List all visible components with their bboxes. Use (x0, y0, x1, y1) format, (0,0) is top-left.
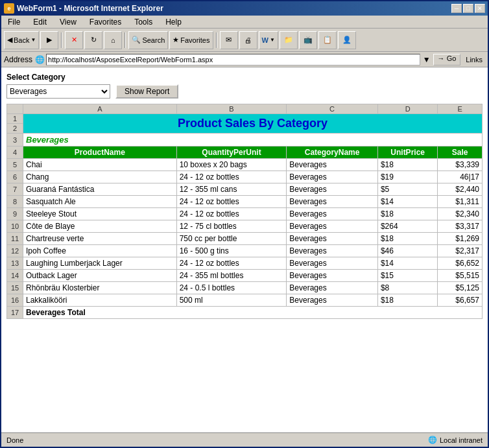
close-button[interactable]: ✕ (475, 4, 485, 13)
address-input[interactable]: http://localhost/AsposeExcelReport/WebFo… (46, 54, 420, 65)
row-num-4: 4 (7, 147, 23, 159)
show-report-button[interactable]: Show Report (115, 84, 178, 99)
header-quantityperunit: QuantityPerUnit (176, 147, 287, 159)
address-dropdown-icon: ▼ (423, 55, 431, 64)
status-right: 🌐 Local intranet (428, 436, 483, 444)
cell-a12: Ipoh Coffee (23, 245, 177, 257)
messenger-icon: 👤 (342, 36, 352, 44)
cell-e5: $3,339 (438, 159, 483, 171)
go-button[interactable]: → Go (433, 54, 461, 65)
home-icon: ⌂ (111, 36, 115, 44)
category-dropdown[interactable]: Beverages Condiments Confections Dairy P… (6, 84, 110, 99)
spreadsheet-table: A B C D E 1 Product Sales By Category 2 (6, 104, 483, 319)
home-button[interactable]: ⌂ (104, 31, 122, 49)
menu-file[interactable]: File (4, 17, 24, 27)
back-button[interactable]: ◀ Back ▼ (4, 31, 39, 49)
cell-d9: $18 (377, 208, 438, 220)
row-num-16: 16 (7, 294, 23, 307)
stop-icon: ✕ (71, 36, 77, 44)
forward-button[interactable]: ▶ (40, 31, 58, 49)
cell-b6: 24 - 12 oz bottles (176, 171, 287, 183)
menu-help[interactable]: Help (161, 17, 185, 27)
cell-a10: Côte de Blaye (23, 220, 177, 233)
status-text: Done (6, 436, 23, 444)
print-button[interactable]: 🖨 (239, 31, 257, 49)
title-bar: e WebForm1 - Microsoft Internet Explorer… (1, 1, 488, 16)
row-num-6: 6 (7, 171, 23, 183)
ie-icon: e (4, 3, 14, 14)
total-label-cell: Beverages Total (23, 307, 483, 319)
cell-c9: Beverages (287, 208, 378, 220)
table-row: 15 Rhönbräu Klosterbier 24 - 0.5 l bottl… (7, 282, 483, 294)
col-header-a: A (23, 104, 177, 114)
cell-d14: $15 (377, 270, 438, 282)
row-num-7: 7 (7, 183, 23, 196)
menu-view[interactable]: View (56, 17, 80, 27)
table-row: 12 Ipoh Coffee 16 - 500 g tins Beverages… (7, 245, 483, 257)
cell-d16: $18 (377, 294, 438, 307)
address-text: http://localhost/AsposeExcelReport/WebFo… (48, 56, 213, 64)
cell-e8: $1,311 (438, 196, 483, 208)
history-button[interactable]: 📋 (318, 31, 337, 49)
cell-e10: $3,317 (438, 220, 483, 233)
cell-c14: Beverages (287, 270, 378, 282)
cell-a16: Lakkalikööri (23, 294, 177, 307)
cell-c13: Beverages (287, 257, 378, 270)
cell-a9: Steeleye Stout (23, 208, 177, 220)
row-num-14: 14 (7, 270, 23, 282)
col-header-d: D (377, 104, 438, 114)
word-button[interactable]: W ▼ (259, 31, 278, 49)
cell-a15: Rhönbräu Klosterbier (23, 282, 177, 294)
select-row: Beverages Condiments Confections Dairy P… (6, 84, 483, 99)
cell-b13: 24 - 12 oz bottles (176, 257, 287, 270)
title-cell: Product Sales By Category (23, 114, 483, 134)
stop-button[interactable]: ✕ (65, 31, 83, 49)
favorites-button[interactable]: ★ Favorites (169, 31, 213, 49)
folder-icon: 📁 (284, 36, 293, 44)
cell-b9: 24 - 12 oz bottles (176, 208, 287, 220)
category-name-text: Beverages (26, 135, 69, 145)
report-title: Product Sales By Category (178, 117, 328, 130)
table-row: 13 Laughing Lumberjack Lager 24 - 12 oz … (7, 257, 483, 270)
back-dropdown-icon: ▼ (30, 37, 36, 43)
col-header-row: A B C D E (7, 104, 483, 114)
intranet-icon: 🌐 (428, 436, 437, 444)
cell-b5: 10 boxes x 20 bags (176, 159, 287, 171)
menu-favorites[interactable]: Favorites (86, 17, 125, 27)
address-label: Address (4, 55, 32, 64)
row-num-15: 15 (7, 282, 23, 294)
refresh-button[interactable]: ↻ (84, 31, 102, 49)
select-category-label: Select Category (6, 73, 483, 82)
menu-tools[interactable]: Tools (130, 17, 156, 27)
menu-bar: File Edit View Favorites Tools Help (1, 16, 488, 29)
cell-e16: $6,657 (438, 294, 483, 307)
search-button[interactable]: 🔍 Search (128, 31, 168, 49)
cell-d12: $46 (377, 245, 438, 257)
maximize-button[interactable]: □ (463, 4, 473, 13)
mail-button[interactable]: ✉ (220, 31, 238, 49)
table-row: 16 Lakkalikööri 500 ml Beverages $18 $6,… (7, 294, 483, 307)
cell-d8: $14 (377, 196, 438, 208)
cell-d13: $14 (377, 257, 438, 270)
address-bar: Address 🌐 http://localhost/AsposeExcelRe… (1, 52, 488, 67)
cell-c11: Beverages (287, 233, 378, 245)
menu-edit[interactable]: Edit (29, 17, 51, 27)
messenger-button[interactable]: 👤 (338, 31, 356, 49)
cell-a6: Chang (23, 171, 177, 183)
media-button[interactable]: 📺 (299, 31, 317, 49)
table-row: 6 Chang 24 - 12 oz bottles Beverages $19… (7, 171, 483, 183)
cell-b10: 12 - 75 cl bottles (176, 220, 287, 233)
mail-icon: ✉ (226, 36, 232, 44)
cell-c16: Beverages (287, 294, 378, 307)
back-arrow-icon: ◀ (7, 36, 12, 44)
cell-a13: Laughing Lumberjack Lager (23, 257, 177, 270)
folder-button[interactable]: 📁 (280, 31, 298, 49)
table-row: 1 Product Sales By Category (7, 114, 483, 124)
toolbar-separator-2 (125, 32, 126, 48)
row-num-17: 17 (7, 307, 23, 319)
cell-d7: $5 (377, 183, 438, 196)
table-row: 9 Steeleye Stout 24 - 12 oz bottles Beve… (7, 208, 483, 220)
minimize-button[interactable]: ─ (451, 4, 462, 13)
row-num-2: 2 (7, 124, 23, 134)
category-name-cell: Beverages (23, 134, 483, 147)
